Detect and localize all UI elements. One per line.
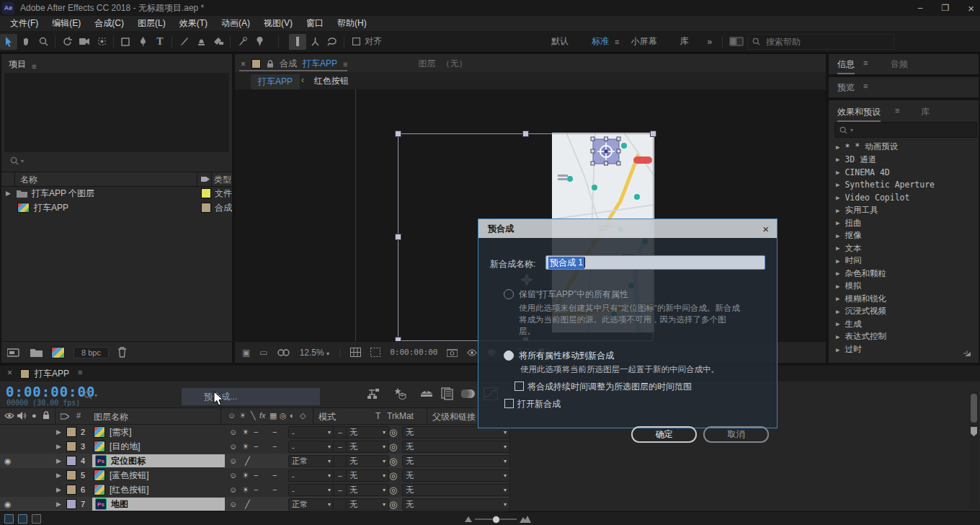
label-column-icon[interactable] [201,175,210,183]
rotation-tool-icon[interactable] [58,34,76,50]
shy-switch[interactable]: ☺ [229,439,237,454]
shy-switch[interactable]: ☺ [229,468,237,482]
zoom-out-timeline-icon[interactable] [465,516,472,522]
toggle-transfer-icon[interactable] [18,514,27,524]
zoom-level-select[interactable]: 12.5% ▾ [300,348,329,358]
tab-info[interactable]: 信息 [837,58,855,74]
effects-category[interactable]: ▶文本 [836,242,977,255]
project-search[interactable]: ▾ [10,156,24,165]
expand-arrow-icon[interactable]: ▶ [56,454,61,468]
roto-brush-tool-icon[interactable] [233,34,251,50]
layer-label-swatch[interactable] [66,499,76,509]
hand-tool-icon[interactable] [17,34,35,50]
snapshot-icon[interactable] [447,348,458,357]
menu-effect[interactable]: 效果(T) [179,17,208,30]
slider-knob[interactable] [492,516,500,524]
tab-library[interactable]: 库 [921,106,930,118]
frame-blend-switch-icon[interactable]: ▦ [270,411,277,420]
menu-composition[interactable]: 合成(C) [94,17,124,30]
layer-name[interactable]: [目的地] [110,439,141,454]
draft-3d-icon[interactable] [393,387,407,400]
effects-category[interactable]: ▶杂色和颗粒 [836,267,977,280]
project-row-comp[interactable]: 打车APP 合成 [1,200,232,215]
menu-help[interactable]: 帮助(H) [337,17,367,30]
selection-handle[interactable] [522,131,529,137]
composition-panel-menu-icon[interactable]: ≡ [343,60,347,69]
blend-mode-select[interactable]: -▾ [288,441,334,453]
puppet-overlap-icon[interactable] [289,34,306,50]
parent-select[interactable]: 无▾ [402,498,510,511]
label-swatch[interactable] [201,188,211,198]
video-eye-icon[interactable]: ◉ [4,497,12,511]
effects-category[interactable]: ▶时间 [836,255,977,268]
close-tab-icon[interactable]: × [241,59,246,69]
parent-pickwhip-icon[interactable]: ◎ [389,497,397,511]
channel-icon[interactable] [277,349,290,356]
table-row[interactable]: ◉ ▶ 7 Ps 地图 ☺ ╱ 正常▾ 无▾ ◎ 无▾ [0,497,509,512]
table-row[interactable]: ▶ 5 [蓝色按钮] ☺ ☀ − − -▾ − 无▾ ◎ 无▾ [0,468,509,483]
zoom-in-timeline-icon[interactable] [520,516,531,523]
cancel-button[interactable]: 取消 [703,426,769,443]
toggle-switches-icon[interactable] [4,514,14,524]
collapse-switch[interactable]: ☀ [242,439,249,454]
quality-switch[interactable]: − [254,439,258,454]
tab-composition-name[interactable]: 打车APP [303,58,337,70]
effects-category[interactable]: ▶模糊和锐化 [836,293,977,306]
menu-window[interactable]: 窗口 [306,17,324,30]
panel-corner-icon[interactable] [963,350,973,358]
viewer-timecode[interactable]: 0:00:00:00 [390,348,437,357]
magnification-window-icon[interactable]: ▭ [259,348,267,358]
project-item-name[interactable]: 打车APP [34,202,68,214]
lock-column-icon[interactable] [43,411,50,420]
parent-select[interactable]: 无▾ [402,469,510,482]
lock-icon[interactable] [267,60,274,68]
project-row-folder[interactable]: ▶ 打车APP 个图层 文件夹 [1,186,232,200]
layer-name[interactable]: [蓝色按钮] [110,468,149,482]
quality-switch[interactable]: ╱ [245,497,250,511]
workspace-default[interactable]: 默认 [551,35,569,48]
zoom-tool-icon[interactable] [35,34,52,50]
adjust-duration-label[interactable]: 将合成持续时间调整为所选图层的时间范围 [527,381,692,393]
move-attributes-label[interactable]: 将所有属性移动到新合成 [519,350,614,362]
layer-name-column[interactable]: 图层名称 [94,411,128,423]
blend-mode-select[interactable]: -▾ [288,469,334,482]
new-composition-icon[interactable] [51,347,65,358]
parent-pickwhip-icon[interactable]: ◎ [389,482,397,497]
project-item-name[interactable]: 打车APP 个图层 [32,188,94,200]
timeline-search[interactable]: ▾ [84,391,97,400]
layer-label-swatch[interactable] [66,427,76,437]
blend-mode-select[interactable]: 正常▾ [288,455,334,467]
collapse-switch[interactable]: ☀ [242,425,249,439]
open-new-comp-label[interactable]: 打开新合成 [517,398,561,410]
tab-audio[interactable]: 音频 [891,58,908,71]
table-row[interactable]: ▶ 3 [目的地] ☺ ☀ − − -▾ − 无▾ ◎ 无▾ [0,439,509,454]
expand-arrow-icon[interactable]: ▶ [56,468,61,482]
grid-guides-icon[interactable] [350,348,361,357]
trkmat-select[interactable]: 无▾ [346,469,389,482]
expand-arrow-icon[interactable]: ▶ [56,497,61,511]
leave-attributes-radio[interactable] [504,289,514,299]
parent-pickwhip-icon[interactable]: ◎ [389,425,397,439]
adjust-duration-checkbox[interactable] [514,381,524,391]
timeline-panel-menu-icon[interactable]: ≡ [78,368,82,376]
context-menu-item-precompose[interactable]: 预合成... [182,388,320,405]
shy-layers-icon[interactable] [419,388,434,400]
type-tool-icon[interactable]: T [151,34,169,50]
menu-view[interactable]: 视图(V) [264,17,293,30]
menu-edit[interactable]: 编辑(E) [52,17,81,30]
selection-tool-icon[interactable] [0,34,17,50]
trkmat-select[interactable]: 无▾ [346,455,389,467]
column-name[interactable]: 名称 [20,174,37,186]
collapse-switch-icon[interactable]: ☀ [239,411,246,420]
parent-link-column[interactable]: 父级和链接 [432,411,476,423]
marker-icon[interactable] [970,427,978,436]
frame-blending-icon[interactable] [441,387,454,400]
motion-blur-icon[interactable] [461,388,476,400]
collapse-switch[interactable]: ☀ [242,482,249,497]
scrollbar-thumb[interactable] [971,394,977,423]
parent-pickwhip-icon[interactable]: ◎ [389,454,397,468]
parent-select[interactable]: 无▾ [402,484,510,496]
tab-preview[interactable]: 预览 [837,81,855,94]
selection-handle[interactable] [395,234,401,240]
effects-category[interactable]: ▶3D 通道 [836,154,977,167]
